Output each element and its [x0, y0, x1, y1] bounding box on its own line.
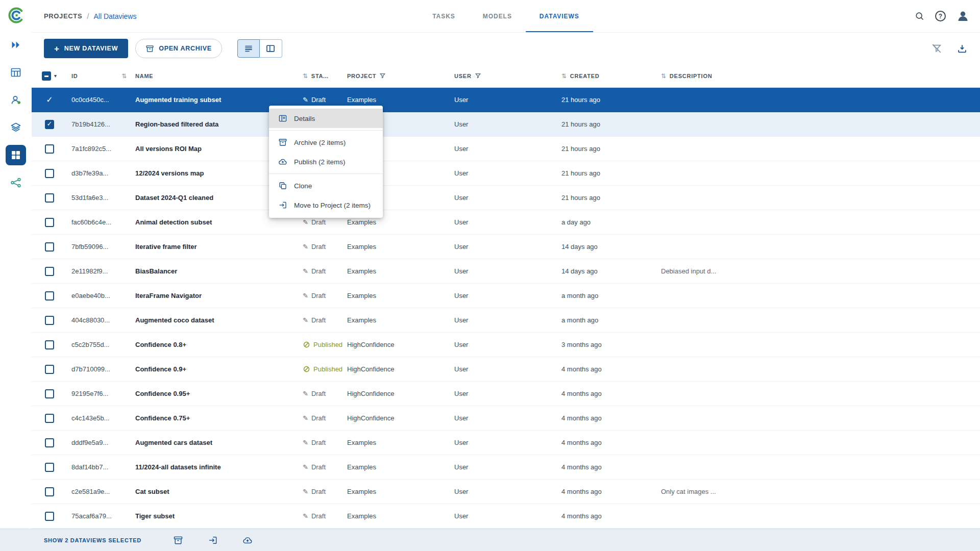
column-header-name[interactable]: NAME	[131, 73, 300, 79]
breadcrumb-current[interactable]: All Dataviews	[93, 12, 136, 20]
row-checkbox[interactable]	[45, 414, 54, 423]
column-description-label: DESCRIPTION	[670, 73, 713, 79]
row-checkbox[interactable]	[45, 463, 54, 472]
menu-item-publish-2-items[interactable]: Publish (2 items)	[269, 152, 383, 171]
row-checkbox-checked[interactable]: ✓	[46, 95, 53, 105]
sort-icon[interactable]: ⇅	[661, 72, 667, 80]
search-icon[interactable]	[914, 11, 925, 21]
row-checkbox[interactable]	[45, 169, 54, 178]
table-row[interactable]: c2e581a9e...Cat subset✎DraftExamplesUser…	[32, 480, 980, 504]
row-checkbox[interactable]	[45, 242, 54, 252]
cell-user: User	[450, 316, 557, 324]
row-checkbox[interactable]	[45, 487, 54, 496]
table-row[interactable]: 53d1fa6e3...Dataset 2024-Q1 cleanedUser2…	[32, 186, 980, 210]
menu-item-archive-2-items[interactable]: Archive (2 items)	[269, 133, 383, 152]
header-select-cell: ▾	[32, 71, 67, 81]
tab-models[interactable]: MODELS	[469, 0, 526, 32]
menu-item-move-to-project-2-items[interactable]: Move to Project (2 items)	[269, 195, 383, 215]
column-header-description[interactable]: ⇅ DESCRIPTION	[657, 72, 980, 80]
row-checkbox[interactable]	[45, 438, 54, 447]
row-checkbox[interactable]	[45, 291, 54, 300]
table-row[interactable]: d3b7fe39a...12/2024 versions mapUser21 h…	[32, 161, 980, 186]
column-header-user[interactable]: USER	[450, 72, 557, 79]
row-checkbox[interactable]	[45, 340, 54, 349]
open-archive-button[interactable]: OPEN ARCHIVE	[135, 39, 222, 58]
selection-count-label[interactable]: SHOW 2 DATAVIEWS SELECTED	[44, 537, 141, 543]
tab-dataviews-label: DATAVIEWS	[540, 13, 579, 20]
cell-id: c5c2b755d...	[67, 341, 131, 348]
split-view-button[interactable]	[260, 39, 282, 58]
list-view-button[interactable]	[237, 39, 260, 58]
new-dataview-button[interactable]: + NEW DATAVIEW	[44, 39, 128, 58]
sidebar-item-getting-started[interactable]	[6, 35, 26, 55]
table-row[interactable]: 7b19b4126...Region-based filtered dataUs…	[32, 112, 980, 137]
draft-pencil-icon: ✎	[303, 96, 308, 104]
sort-icon[interactable]: ⇅	[561, 72, 567, 80]
help-icon[interactable]: ?	[935, 11, 946, 21]
cell-select	[32, 414, 67, 423]
breadcrumb-projects[interactable]: PROJECTS	[44, 12, 82, 20]
tab-tasks[interactable]: TASKS	[419, 0, 469, 32]
clear-filters-icon[interactable]	[931, 43, 942, 54]
draft-pencil-icon: ✎	[303, 316, 308, 324]
row-checkbox[interactable]	[45, 218, 54, 227]
column-header-id[interactable]: ID ⇅	[67, 72, 131, 80]
column-header-status[interactable]: ⇅ STATUS	[300, 72, 343, 80]
sidebar-item-experiments[interactable]	[6, 117, 26, 138]
fast-forward-icon	[10, 39, 22, 51]
column-header-created[interactable]: ⇅ CREATED	[557, 72, 657, 80]
table-row[interactable]: 7a1fc892c5...All versions ROI MapUser21 …	[32, 137, 980, 161]
archive-icon	[145, 44, 154, 53]
table-row[interactable]: e0aebe40b...IteraFrame Navigator✎DraftEx…	[32, 284, 980, 308]
footer-archive-icon[interactable]	[173, 535, 183, 545]
table-row[interactable]: 8daf14bb7...11/2024-all datasets infinit…	[32, 455, 980, 480]
cell-created: 21 hours ago	[557, 120, 657, 128]
row-checkbox[interactable]	[45, 389, 54, 398]
app-logo-icon[interactable]	[7, 6, 25, 24]
table-row[interactable]: fac60b6c4e...Animal detection subset✎Dra…	[32, 210, 980, 235]
table-row[interactable]: 404c88030...Augmented coco dataset✎Draft…	[32, 308, 980, 333]
menu-item-clone[interactable]: Clone	[269, 176, 383, 195]
table-row[interactable]: 75acaf6a79...Tiger subset✎DraftExamplesU…	[32, 504, 980, 529]
table-row[interactable]: dddf9e5a9...Augmented cars dataset✎Draft…	[32, 431, 980, 455]
filter-icon[interactable]	[475, 72, 481, 79]
cell-project: Examples	[343, 267, 450, 275]
menu-item-details[interactable]: Details	[269, 109, 383, 128]
cell-id: c2e581a9e...	[67, 488, 131, 495]
sidebar-item-dataviews[interactable]	[6, 145, 26, 165]
draft-pencil-icon: ✎	[303, 292, 308, 299]
sidebar-item-datasets[interactable]	[6, 62, 26, 83]
row-checkbox[interactable]	[45, 365, 54, 374]
pipelines-icon	[10, 177, 22, 189]
column-header-project[interactable]: PROJECT	[343, 72, 450, 79]
table-row[interactable]: 92195e7f6...Confidence 0.95+✎DraftHighCo…	[32, 382, 980, 406]
sidebar-item-annotations[interactable]	[6, 90, 26, 110]
download-icon[interactable]	[957, 43, 968, 54]
tab-tasks-label: TASKS	[432, 13, 455, 20]
filter-icon[interactable]	[379, 72, 386, 79]
footer-move-icon[interactable]	[208, 535, 218, 545]
table-row[interactable]: d7b710099...Confidence 0.9+PublishedHigh…	[32, 357, 980, 382]
sidebar-item-pipelines[interactable]	[6, 172, 26, 193]
publish-icon	[278, 157, 287, 166]
table-row[interactable]: ✓0c0cd450c...Augmented training subset✎D…	[32, 88, 980, 112]
row-checkbox[interactable]	[45, 193, 54, 203]
row-checkbox[interactable]	[45, 316, 54, 325]
table-row[interactable]: 7bfb59096...Iterative frame filter✎Draft…	[32, 235, 980, 259]
row-checkbox-checked[interactable]	[45, 120, 54, 129]
move-icon	[278, 201, 287, 210]
sort-icon[interactable]: ⇅	[303, 72, 308, 80]
tab-dataviews[interactable]: DATAVIEWS	[526, 0, 593, 32]
select-all-checkbox[interactable]	[42, 71, 51, 81]
row-checkbox[interactable]	[45, 267, 54, 276]
table-row[interactable]: c4c143e5b...Confidence 0.75+✎DraftHighCo…	[32, 406, 980, 431]
table-body: ✓0c0cd450c...Augmented training subset✎D…	[32, 88, 980, 529]
sort-icon[interactable]: ⇅	[121, 72, 127, 80]
table-row[interactable]: 2e11982f9...BiasBalancer✎DraftExamplesUs…	[32, 259, 980, 284]
table-row[interactable]: c5c2b755d...Confidence 0.8+PublishedHigh…	[32, 333, 980, 357]
footer-publish-icon[interactable]	[242, 535, 253, 545]
user-avatar-icon[interactable]	[956, 9, 970, 23]
row-checkbox[interactable]	[45, 512, 54, 521]
chevron-down-icon[interactable]: ▾	[54, 73, 57, 79]
row-checkbox[interactable]	[45, 144, 54, 154]
